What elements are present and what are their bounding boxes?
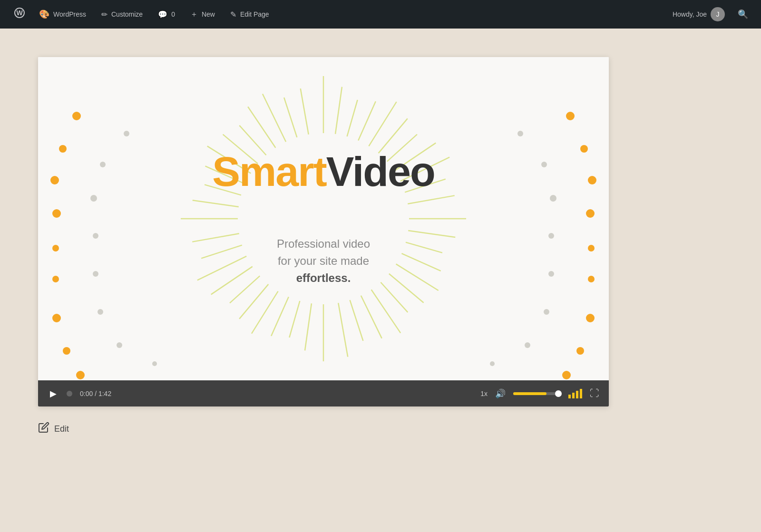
- speed-button[interactable]: 1x: [480, 390, 488, 397]
- edit-page-button[interactable]: ✎ Edit Page: [223, 0, 277, 29]
- dot-orange: [588, 276, 595, 282]
- edit-section[interactable]: Edit: [38, 422, 69, 436]
- bar4: [580, 389, 582, 398]
- dot-orange: [63, 347, 70, 355]
- comments-icon: 💬: [158, 10, 167, 19]
- subtitle-line1: Professional video: [277, 237, 370, 250]
- svg-line-6: [369, 102, 396, 146]
- subtitle-line2: for your site made: [278, 254, 369, 267]
- dot-orange: [52, 314, 61, 322]
- video-display-area[interactable]: SmartVideo Professional video for your s…: [38, 57, 609, 380]
- dot-orange: [562, 371, 571, 379]
- dot-gray: [124, 131, 129, 136]
- dot-orange: [576, 347, 584, 355]
- bar3: [576, 391, 578, 398]
- svg-line-28: [252, 291, 278, 334]
- volume-handle: [555, 390, 562, 397]
- volume-fill: [513, 392, 546, 395]
- dot-gray: [93, 233, 98, 239]
- play-button[interactable]: ▶: [48, 388, 59, 399]
- comments-count: 0: [171, 10, 175, 18]
- dot-gray: [490, 361, 495, 366]
- time-total: 1:42: [98, 390, 111, 397]
- edit-label: Edit: [54, 424, 69, 434]
- new-icon: ＋: [190, 10, 198, 19]
- svg-text:W: W: [16, 9, 23, 17]
- dot-gray: [544, 309, 549, 315]
- customize-icon: ✏: [101, 10, 107, 19]
- avatar: J: [711, 7, 725, 21]
- customize-label: Customize: [111, 10, 143, 18]
- quality-button[interactable]: [568, 389, 582, 398]
- video-controls-bar: ▶ 0:00 / 1:42 1x 🔊: [38, 380, 609, 406]
- dot-orange: [586, 314, 595, 322]
- user-menu-button[interactable]: Howdy, Joe J: [665, 0, 732, 29]
- volume-slider[interactable]: [513, 392, 561, 395]
- dot-gray: [550, 195, 556, 202]
- svg-line-25: [305, 303, 312, 350]
- svg-line-22: [350, 300, 363, 341]
- comments-button[interactable]: 💬 0: [150, 0, 183, 29]
- wordpress-icon: 🎨: [39, 9, 49, 19]
- dot-orange: [52, 209, 61, 218]
- svg-line-44: [284, 97, 297, 137]
- dot-gray: [517, 131, 523, 136]
- dot-gray: [525, 342, 530, 348]
- dot-gray: [117, 342, 122, 348]
- wp-logo-icon: W: [14, 8, 25, 21]
- svg-line-26: [289, 301, 300, 338]
- dot-orange: [52, 245, 59, 251]
- new-button[interactable]: ＋ New: [183, 0, 223, 29]
- bar2: [572, 393, 575, 398]
- dot-orange: [588, 176, 596, 184]
- video-text: Video: [326, 148, 435, 195]
- dot-orange: [59, 145, 67, 153]
- wp-logo-button[interactable]: W: [8, 0, 31, 29]
- user-greeting: Howdy, Joe: [673, 10, 707, 18]
- smart-text: Smart: [212, 148, 326, 195]
- dot-gray: [93, 271, 98, 277]
- dot-orange: [588, 245, 595, 251]
- dot-orange: [566, 112, 575, 120]
- subtitle-bold: effortless.: [296, 271, 351, 284]
- svg-line-3: [335, 87, 342, 134]
- dot-gray: [98, 309, 103, 315]
- edit-page-icon: ✎: [230, 10, 236, 19]
- video-title-area: SmartVideo Professional video for your s…: [212, 151, 434, 287]
- svg-line-19: [380, 282, 408, 312]
- svg-line-29: [239, 284, 268, 319]
- search-icon: 🔍: [738, 9, 748, 19]
- volume-button[interactable]: 🔊: [495, 388, 506, 399]
- wordpress-menu-button[interactable]: 🎨 WordPress: [31, 0, 94, 29]
- new-label: New: [202, 10, 215, 18]
- fullscreen-button[interactable]: ⛶: [590, 388, 599, 399]
- customize-button[interactable]: ✏ Customize: [94, 0, 150, 29]
- wordpress-label: WordPress: [53, 10, 86, 18]
- video-player: SmartVideo Professional video for your s…: [38, 57, 609, 406]
- dot-gray: [90, 195, 97, 202]
- dot-gray: [548, 271, 554, 277]
- adminbar-right: Howdy, Joe J 🔍: [665, 0, 753, 29]
- playhead-indicator: [67, 391, 72, 397]
- dot-gray: [541, 162, 547, 167]
- dot-orange: [50, 176, 59, 184]
- edit-icon: [38, 422, 49, 436]
- dot-gray: [152, 361, 157, 366]
- svg-line-5: [358, 101, 376, 140]
- search-button[interactable]: 🔍: [732, 0, 753, 29]
- time-separator: /: [95, 390, 98, 397]
- time-display: 0:00 / 1:42: [80, 390, 111, 397]
- time-current: 0:00: [80, 390, 93, 397]
- svg-line-4: [347, 100, 358, 136]
- svg-line-45: [301, 88, 309, 135]
- dot-orange: [76, 371, 85, 379]
- svg-line-42: [248, 107, 275, 148]
- svg-line-27: [271, 297, 289, 336]
- svg-line-21: [361, 296, 382, 339]
- dot-gray: [100, 162, 106, 167]
- dot-orange: [52, 276, 59, 282]
- video-subtitle: Professional video for your site made ef…: [277, 235, 370, 287]
- dot-orange: [72, 112, 81, 120]
- bar1: [568, 395, 571, 398]
- edit-page-label: Edit Page: [240, 10, 269, 18]
